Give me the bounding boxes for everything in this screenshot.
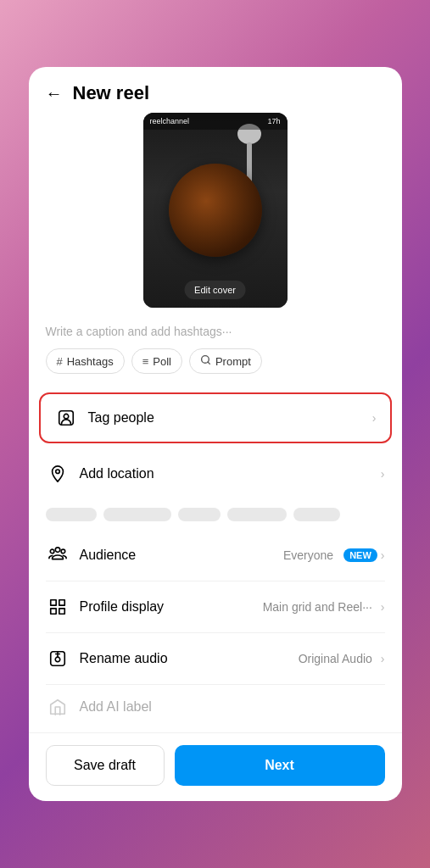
audience-chevron: › bbox=[381, 548, 385, 562]
svg-rect-12 bbox=[50, 609, 55, 614]
hashtag-icon: # bbox=[57, 355, 63, 368]
edit-cover-button[interactable]: Edit cover bbox=[184, 281, 246, 299]
profile-display-value: Main grid and Reel··· bbox=[263, 600, 372, 614]
svg-point-5 bbox=[64, 414, 69, 419]
svg-point-8 bbox=[61, 549, 65, 554]
tag-people-chevron: › bbox=[372, 411, 377, 425]
back-button[interactable]: ← bbox=[46, 84, 63, 103]
prompt-icon bbox=[200, 354, 211, 368]
add-location-chevron: › bbox=[381, 467, 385, 481]
blur-pill-1 bbox=[46, 508, 97, 521]
save-draft-button[interactable]: Save draft bbox=[46, 745, 165, 786]
svg-point-6 bbox=[55, 470, 59, 474]
next-button[interactable]: Next bbox=[175, 745, 385, 786]
poll-pill[interactable]: ≡ Poll bbox=[131, 348, 182, 374]
audience-value: Everyone bbox=[283, 548, 333, 562]
svg-rect-13 bbox=[59, 609, 64, 614]
rename-audio-icon bbox=[46, 647, 70, 670]
footer: Save draft Next bbox=[29, 732, 402, 801]
page-title: New reel bbox=[73, 82, 150, 104]
hashtags-pill[interactable]: # Hashtags bbox=[46, 348, 125, 374]
location-icon bbox=[46, 462, 70, 486]
prompt-pill[interactable]: Prompt bbox=[189, 348, 262, 374]
blur-pill-5 bbox=[293, 508, 340, 521]
video-preview: reelchannel 17h Edit cover bbox=[143, 113, 288, 308]
profile-display-chevron: › bbox=[381, 600, 385, 614]
svg-point-7 bbox=[55, 548, 60, 553]
blur-pill-2 bbox=[103, 508, 171, 521]
blurred-row bbox=[29, 499, 402, 530]
tag-people-icon bbox=[54, 406, 78, 430]
add-location-label: Add location bbox=[80, 466, 377, 481]
header: ← New reel bbox=[29, 67, 402, 113]
food-image bbox=[169, 164, 262, 257]
ai-label-icon bbox=[46, 695, 70, 719]
blur-pill-4 bbox=[227, 508, 287, 521]
rename-audio-label: Rename audio bbox=[80, 651, 299, 666]
profile-display-icon bbox=[46, 595, 70, 619]
svg-rect-10 bbox=[50, 600, 55, 605]
pills-row: # Hashtags ≡ Poll Prompt bbox=[29, 348, 402, 387]
partial-item: Add AI label bbox=[29, 685, 402, 729]
video-top-bar: reelchannel 17h bbox=[143, 113, 288, 130]
audience-icon bbox=[46, 543, 70, 567]
tag-people-label: Tag people bbox=[88, 410, 369, 426]
tag-people-item[interactable]: Tag people › bbox=[39, 392, 392, 443]
prompt-label: Prompt bbox=[215, 355, 251, 368]
profile-display-item[interactable]: Profile display Main grid and Reel··· › bbox=[29, 581, 402, 632]
video-thumbnail bbox=[143, 113, 288, 308]
channel-name: reelchannel bbox=[150, 117, 190, 125]
partial-label: Add AI label bbox=[80, 699, 152, 715]
svg-rect-11 bbox=[59, 600, 64, 605]
video-preview-container: reelchannel 17h Edit cover bbox=[29, 113, 402, 318]
rename-audio-value: Original Audio bbox=[299, 652, 372, 665]
rename-audio-item[interactable]: Rename audio Original Audio › bbox=[29, 633, 402, 684]
audience-label: Audience bbox=[80, 548, 284, 563]
time-ago: 17h bbox=[267, 117, 280, 125]
audience-item[interactable]: Audience Everyone NEW › bbox=[29, 530, 402, 581]
blur-pill-3 bbox=[178, 508, 221, 521]
rename-audio-chevron: › bbox=[381, 652, 385, 665]
poll-icon: ≡ bbox=[142, 355, 149, 368]
hashtags-label: Hashtags bbox=[67, 355, 114, 368]
caption-placeholder[interactable]: Write a caption and add hashtags··· bbox=[29, 318, 402, 348]
new-badge: NEW bbox=[343, 548, 377, 562]
svg-line-3 bbox=[208, 362, 209, 364]
add-location-item[interactable]: Add location › bbox=[29, 448, 402, 499]
new-reel-card: ← New reel reelchannel 17h Edit cover Wr… bbox=[29, 67, 402, 801]
poll-label: Poll bbox=[153, 355, 171, 368]
profile-display-label: Profile display bbox=[80, 599, 263, 615]
svg-point-9 bbox=[50, 549, 54, 554]
svg-point-15 bbox=[55, 657, 60, 662]
